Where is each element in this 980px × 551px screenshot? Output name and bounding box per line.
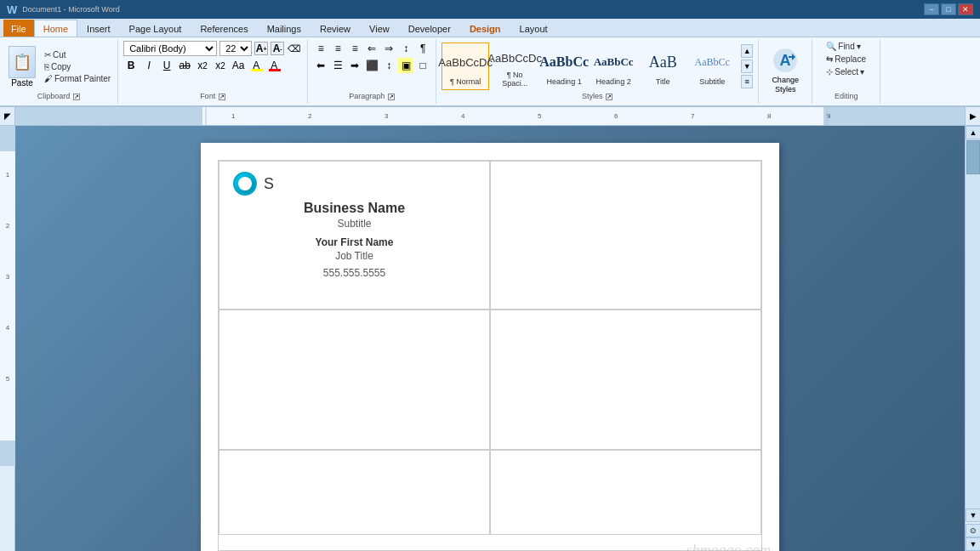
svg-text:7: 7 bbox=[691, 112, 695, 120]
style-heading2-button[interactable]: AaBbCc Heading 2 bbox=[590, 43, 637, 90]
select-button[interactable]: ⊹ Select ▾ bbox=[824, 66, 868, 77]
change-styles-content: A ChangeStyles bbox=[764, 41, 806, 100]
copy-button[interactable]: ⎘ Copy bbox=[43, 61, 112, 72]
cut-button[interactable]: ✂ Cut bbox=[43, 49, 112, 60]
svg-text:2: 2 bbox=[308, 112, 312, 120]
line-spacing-button[interactable]: ↕ bbox=[381, 58, 396, 73]
style-heading1-button[interactable]: AaBbCc Heading 1 bbox=[540, 43, 588, 90]
style-normal-label: ¶ Normal bbox=[450, 77, 481, 86]
justify-button[interactable]: ⬛ bbox=[364, 58, 379, 73]
paragraph-group: ≡ ≡ ≡ ⇐ ⇒ ↕ ¶ ⬅ ☰ ➡ ⬛ ↕ ▣ □ Paragraph ↗ bbox=[308, 39, 436, 104]
svg-text:3: 3 bbox=[385, 112, 389, 120]
styles-scroll-up[interactable]: ▲ bbox=[741, 44, 753, 58]
paste-button[interactable]: 📋 Paste bbox=[5, 46, 39, 88]
clipboard-small-buttons: ✂ Cut ⎘ Copy 🖌 Format Painter bbox=[43, 49, 112, 84]
font-color-button[interactable]: A bbox=[266, 58, 282, 73]
shading-button[interactable]: ▣ bbox=[398, 58, 413, 73]
paragraph-row2: ⬅ ☰ ➡ ⬛ ↕ ▣ □ bbox=[313, 58, 430, 73]
align-right-button[interactable]: ➡ bbox=[347, 58, 362, 73]
style-no-space-button[interactable]: AaBbCcDc ¶ No Spaci... bbox=[491, 43, 538, 90]
styles-more[interactable]: ≡ bbox=[741, 75, 753, 88]
italic-button[interactable]: I bbox=[141, 58, 157, 73]
ruler-right-button[interactable]: ▶ bbox=[965, 107, 980, 126]
underline-button[interactable]: U bbox=[159, 58, 174, 73]
bold-button[interactable]: B bbox=[123, 58, 139, 73]
change-case-button[interactable]: Aa bbox=[231, 58, 246, 73]
borders-button[interactable]: □ bbox=[415, 58, 430, 73]
svg-text:9: 9 bbox=[827, 112, 831, 120]
clipboard-expand[interactable]: ↗ bbox=[73, 94, 80, 100]
tab-view[interactable]: View bbox=[360, 20, 399, 37]
decrease-indent-button[interactable]: ⇐ bbox=[364, 41, 379, 56]
change-styles-group: A ChangeStyles bbox=[759, 39, 812, 104]
scrollbar-thumb[interactable] bbox=[966, 140, 980, 174]
increase-indent-button[interactable]: ⇒ bbox=[381, 41, 396, 56]
styles-expand[interactable]: ↗ bbox=[606, 94, 612, 100]
scrollbar-up-button[interactable]: ▲ bbox=[966, 126, 980, 139]
maximize-button[interactable]: □ bbox=[941, 3, 956, 15]
ribbon-tabs: File Home Insert Page Layout References … bbox=[0, 19, 980, 37]
scrollbar-down-button[interactable]: ▼ bbox=[966, 508, 980, 522]
tab-design[interactable]: Design bbox=[460, 20, 510, 37]
tab-page-layout[interactable]: Page Layout bbox=[120, 20, 191, 37]
tab-layout[interactable]: Layout bbox=[510, 20, 557, 37]
minimize-button[interactable]: − bbox=[924, 3, 939, 15]
svg-text:5: 5 bbox=[538, 112, 542, 120]
style-normal-button[interactable]: AaBbCcDc ¶ Normal bbox=[442, 43, 489, 90]
font-row1: Calibri (Body) 22 A+ A- ⌫ bbox=[123, 41, 302, 56]
decrease-font-size-button[interactable]: A- bbox=[271, 42, 284, 55]
paragraph-expand[interactable]: ↗ bbox=[388, 94, 395, 100]
tab-home[interactable]: Home bbox=[34, 20, 77, 37]
tab-developer[interactable]: Developer bbox=[399, 20, 460, 37]
styles-scroll-down[interactable]: ▼ bbox=[741, 60, 753, 73]
find-button[interactable]: 🔍 Find ▾ bbox=[824, 41, 868, 52]
card-logo-inner bbox=[238, 177, 252, 190]
font-expand[interactable]: ↗ bbox=[219, 94, 225, 100]
style-subtitle-label: Subtitle bbox=[699, 77, 725, 86]
style-title-button[interactable]: AaB Title bbox=[639, 43, 687, 90]
ruler-type-button[interactable]: ◤ bbox=[0, 107, 15, 126]
font-size-select[interactable]: 22 bbox=[219, 41, 252, 56]
tab-mailings[interactable]: Mailings bbox=[258, 20, 311, 37]
svg-text:8: 8 bbox=[767, 112, 772, 120]
paragraph-label: Paragraph bbox=[349, 92, 385, 102]
business-card-6 bbox=[490, 450, 761, 535]
ruler: ◤ 1 2 3 4 5 6 7 8 9 ▶ bbox=[0, 107, 980, 126]
card-logo-letter: S bbox=[264, 175, 274, 193]
multilevel-button[interactable]: ≡ bbox=[347, 41, 362, 56]
close-button[interactable]: ✕ bbox=[958, 3, 973, 15]
font-content: Calibri (Body) 22 A+ A- ⌫ B I U ab x2 x2… bbox=[123, 41, 302, 92]
style-subtitle-button[interactable]: AaBbCc Subtitle bbox=[688, 43, 736, 90]
highlight-button[interactable]: A bbox=[248, 58, 264, 73]
change-styles-button[interactable]: A ChangeStyles bbox=[764, 45, 806, 96]
tab-insert[interactable]: Insert bbox=[77, 20, 120, 37]
align-left-button[interactable]: ⬅ bbox=[313, 58, 328, 73]
editing-label: Editing bbox=[835, 92, 858, 102]
card-phone: 555.555.5555 bbox=[233, 267, 476, 279]
paste-label: Paste bbox=[11, 78, 33, 88]
style-heading2-label: Heading 2 bbox=[596, 77, 631, 86]
tab-references[interactable]: References bbox=[191, 20, 257, 37]
clear-format-button[interactable]: ⌫ bbox=[287, 41, 302, 56]
subscript-button[interactable]: x2 bbox=[195, 58, 210, 73]
superscript-button[interactable]: x2 bbox=[213, 58, 228, 73]
card-logo-area: S bbox=[233, 172, 476, 196]
style-title-preview: AaB bbox=[642, 47, 683, 77]
prev-page-button[interactable]: ▼ bbox=[966, 537, 980, 551]
tab-review[interactable]: Review bbox=[311, 20, 360, 37]
show-hide-button[interactable]: ¶ bbox=[415, 41, 430, 56]
format-painter-button[interactable]: 🖌 Format Painter bbox=[43, 73, 112, 84]
clipboard-group: 📋 Paste ✂ Cut ⎘ Copy 🖌 Format Painter Cl… bbox=[0, 39, 118, 104]
card-business-name: Business Name bbox=[233, 201, 476, 216]
next-page-button[interactable]: ⊙ bbox=[966, 524, 980, 537]
align-center-button[interactable]: ☰ bbox=[330, 58, 345, 73]
replace-button[interactable]: ⇆ Replace bbox=[824, 54, 868, 65]
bullets-button[interactable]: ≡ bbox=[313, 41, 328, 56]
tab-file[interactable]: File bbox=[3, 20, 34, 37]
font-name-select[interactable]: Calibri (Body) bbox=[123, 41, 217, 56]
style-normal-preview: AaBbCcDc bbox=[445, 47, 486, 77]
increase-font-size-button[interactable]: A+ bbox=[254, 42, 268, 55]
strikethrough-button[interactable]: ab bbox=[177, 58, 192, 73]
numbering-button[interactable]: ≡ bbox=[330, 41, 345, 56]
sort-button[interactable]: ↕ bbox=[398, 41, 413, 56]
